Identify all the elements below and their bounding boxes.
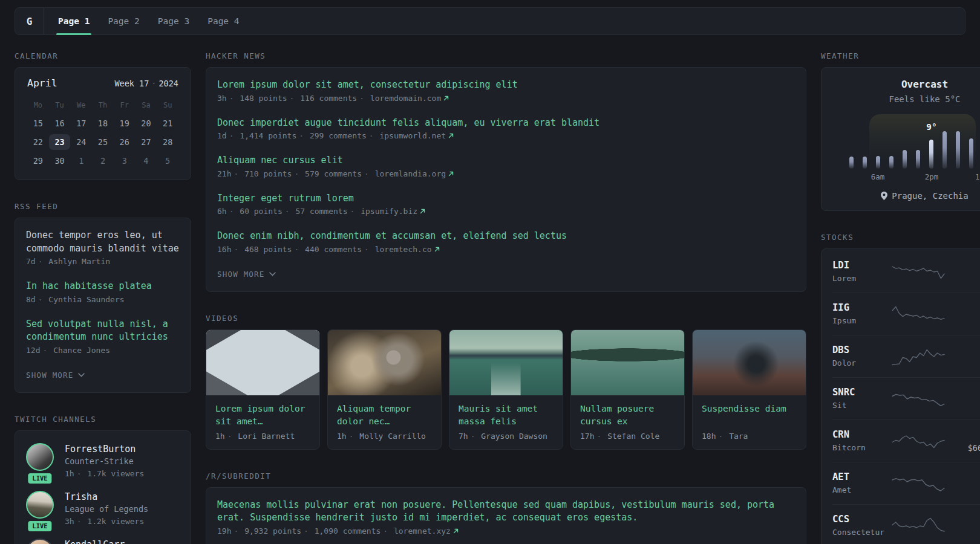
twitch-uptime: 1h: [65, 469, 74, 478]
calendar-weekday: Fr: [114, 99, 136, 112]
item-comments[interactable]: 440 comments: [292, 245, 362, 254]
twitch-channel-row[interactable]: LIVE Trisha League of Legends 3h1.2k vie…: [26, 491, 180, 528]
stock-row[interactable]: DBS Dolor +1.42% $156.28: [832, 335, 980, 377]
chevron-down-icon: [269, 272, 276, 276]
page-tab[interactable]: Page 3: [149, 8, 198, 34]
calendar-day: 29: [27, 153, 49, 169]
page-tab[interactable]: Page 2: [99, 8, 148, 34]
video-card[interactable]: Aliquam tempor dolor nec pharetra… 1hMol…: [327, 329, 442, 450]
page-tab[interactable]: Page 1: [49, 8, 99, 34]
hackernews-item-title[interactable]: Donec imperdiet augue tincidunt felis al…: [217, 117, 795, 130]
hackernews-item-title[interactable]: Integer eget rutrum lorem: [217, 192, 795, 206]
video-meta: 1hMolly Carrillo: [337, 432, 432, 441]
hackernews-item: Donec enim nibh, condimentum et accumsan…: [217, 230, 795, 256]
page-tab[interactable]: Page 4: [198, 8, 248, 34]
video-thumbnail: [693, 330, 806, 395]
calendar-day: 2: [92, 153, 114, 169]
rss-widget-label: RSS FEED: [15, 202, 191, 211]
hackernews-show-more-button[interactable]: SHOW MORE: [217, 270, 276, 279]
app-logo[interactable]: G: [15, 8, 44, 34]
calendar-day: 3: [114, 153, 136, 169]
stock-ticker: SNRC: [832, 386, 891, 398]
weather-bar: [863, 157, 867, 169]
external-link-icon: [434, 247, 440, 252]
twitch-channel-row[interactable]: LIVE ForrestBurton Counter-Strike 1h1.7k…: [26, 443, 180, 480]
item-comments[interactable]: 299 comments: [296, 131, 367, 140]
avatar: [26, 443, 54, 471]
stock-row[interactable]: AET Amet +0.92% $499.72: [832, 462, 980, 504]
rss-item: Sed volutpat nulla nisl, a condimentum n…: [26, 318, 180, 357]
stock-sparkline: [891, 304, 946, 325]
stock-row[interactable]: CCS Consectetur +0.51% $165.84: [832, 504, 980, 544]
item-domain: loremlandia.org: [375, 169, 446, 178]
twitch-channel-meta: 1h1.7k viewers: [65, 468, 144, 480]
post-comments[interactable]: 1,090 comments: [301, 526, 381, 536]
video-card[interactable]: Mauris sit amet massa felis 7hGrayson Da…: [449, 329, 563, 450]
video-card[interactable]: Lorem ipsum dolor sit amet consectetu… 1…: [206, 329, 320, 450]
external-link-icon: [453, 528, 459, 534]
item-points: 468 points: [231, 245, 292, 254]
subreddit-widget: /R/SUBREDDIT Maecenas mollis pulvinar er…: [206, 471, 806, 544]
weather-bar: [889, 156, 893, 169]
stocks-widget-label: STOCKS: [821, 233, 980, 242]
stocks-widget: STOCKS LDI Lorem +4.35% $795.18: [821, 233, 980, 544]
item-age: 6h: [217, 207, 227, 216]
item-points: 1,414 points: [227, 131, 297, 140]
calendar-year: 2024: [158, 79, 178, 88]
rss-item-title[interactable]: Sed volutpat nulla nisl, a condimentum n…: [26, 318, 180, 344]
stock-row[interactable]: LDI Lorem +4.35% $795.18: [832, 251, 980, 293]
rss-show-more-label: SHOW MORE: [26, 371, 74, 380]
stock-change-percent: +4.35%: [947, 259, 980, 271]
hackernews-item-title[interactable]: Lorem ipsum dolor sit amet, consectetur …: [217, 79, 795, 92]
post-source-link[interactable]: loremnet.xyz: [381, 526, 459, 536]
subreddit-post: Maecenas mollis pulvinar erat non posuer…: [217, 499, 795, 538]
rss-item-meta: 8dCynthia Saunders: [26, 293, 180, 306]
rss-widget: RSS FEED Donec tempor eros leo, ut commo…: [15, 202, 191, 393]
stock-row[interactable]: IIG Ipsum +2.84% $42.04: [832, 293, 980, 335]
live-badge: LIVE: [27, 520, 53, 533]
video-card[interactable]: Suspendisse diam 18hTara: [692, 329, 806, 450]
twitch-avatar-wrap: LIVE: [26, 491, 54, 528]
stock-row[interactable]: SNRC Sit +1.36% $148.64: [832, 377, 980, 419]
rss-show-more-button[interactable]: SHOW MORE: [26, 371, 85, 380]
hackernews-item-title[interactable]: Donec enim nibh, condimentum et accumsan…: [217, 230, 795, 243]
item-comments[interactable]: 57 comments: [283, 207, 348, 216]
twitch-avatar-wrap: LIVE: [26, 443, 54, 480]
live-badge: LIVE: [27, 472, 53, 485]
rss-items: Donec tempor eros leo, ut commodo mauris…: [26, 229, 180, 357]
videos-widget: VIDEOS Lorem ipsum dolor sit amet consec…: [206, 314, 806, 450]
rss-item: Donec tempor eros leo, ut commodo mauris…: [26, 229, 180, 268]
calendar-day: 30: [49, 153, 71, 169]
hackernews-item-meta: 6h60 points57 commentsipsumify.biz: [217, 205, 795, 218]
twitch-channel-name: KendallCarr: [65, 539, 125, 544]
avatar: [26, 539, 54, 544]
item-source-link[interactable]: loremdomain.com: [357, 94, 449, 103]
rss-item-title[interactable]: Donec tempor eros leo, ut commodo mauris…: [26, 229, 180, 255]
video-author: Tara: [716, 432, 748, 441]
item-comments[interactable]: 579 comments: [292, 169, 362, 178]
weather-hourly-chart: 9°: [849, 114, 980, 169]
separator-dot: ·: [151, 79, 156, 88]
hackernews-item-title[interactable]: Aliquam nec cursus elit: [217, 154, 795, 167]
page-tabs: Page 1 Page 2 Page 3 Page 4: [44, 8, 249, 34]
item-source-link[interactable]: loremtech.co: [362, 245, 440, 254]
weather-bar: [956, 131, 960, 169]
item-source-link[interactable]: ipsumworld.net: [367, 131, 454, 140]
stock-row[interactable]: CRN Bitcorn -1.00% $66,171.48: [832, 419, 980, 462]
item-source-link[interactable]: loremlandia.org: [362, 169, 454, 178]
item-comments[interactable]: 116 comments: [287, 94, 358, 103]
video-age: 17h: [580, 432, 594, 441]
stock-change-percent: -1.00%: [947, 429, 980, 441]
item-source-link[interactable]: ipsumify.biz: [348, 207, 426, 216]
video-thumbnail: [449, 330, 563, 395]
twitch-channel-row[interactable]: LIVE KendallCarr: [26, 539, 180, 544]
item-age: 16h: [217, 245, 231, 254]
weather-feels-like: Feels like 5°C: [832, 94, 980, 104]
weather-widget-label: WEATHER: [821, 51, 980, 60]
video-card[interactable]: Nullam posuere cursus ex 17hStefan Cole: [570, 329, 685, 450]
hackernews-item-meta: 21h710 points579 commentsloremlandia.org: [217, 167, 795, 181]
subreddit-post-title[interactable]: Maecenas mollis pulvinar erat non posuer…: [217, 499, 795, 525]
stock-ticker: CCS: [832, 513, 891, 525]
rss-item-title[interactable]: In hac habitasse platea: [26, 280, 180, 293]
item-age: 21h: [217, 169, 231, 178]
